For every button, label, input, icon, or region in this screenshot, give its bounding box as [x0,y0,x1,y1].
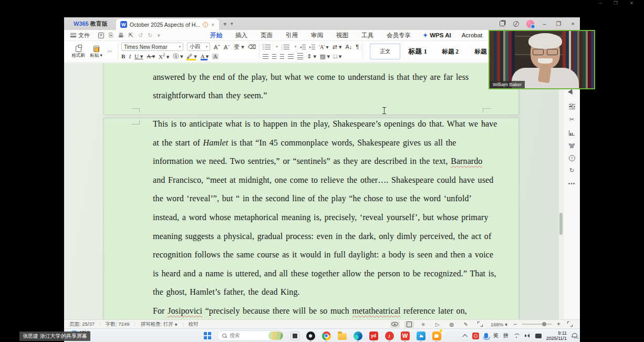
clock[interactable]: 9:11 2025/11/1 [546,330,567,341]
proofread-button[interactable]: 校对 [183,321,204,328]
notification-bell-icon[interactable] [572,333,577,338]
fullscreen-icon[interactable] [565,321,575,328]
superscript-button[interactable]: X2 ▾ [159,53,169,60]
taskbar-search[interactable]: 搜索 [217,330,285,341]
settings-sliders-icon[interactable] [568,102,576,110]
more-options-icon[interactable]: ••• [568,180,576,188]
ime-latin-indicator[interactable]: 英 [493,332,498,339]
style-chip-标题2[interactable]: 标题 2 [435,44,465,59]
select-cursor-icon[interactable] [568,89,576,97]
document-page-25[interactable]: This is to anticipate what is to happen … [103,118,519,319]
underline-button[interactable]: U ▾ [134,53,143,60]
ribbon-tab-页面[interactable]: 页面 [260,30,273,40]
bold-button[interactable]: B [121,53,125,59]
speaker-icon[interactable] [525,334,531,338]
tab-close-icon[interactable]: × [211,22,215,28]
align-left-icon[interactable] [263,54,268,59]
ribbon-tab-审阅[interactable]: 审阅 [310,30,324,40]
wps-ai-tab[interactable]: ✦ WPS AI [423,32,451,39]
font-size-select[interactable]: 小四▾ [187,43,210,51]
border-icon[interactable]: □ ▾ [334,53,341,60]
qat-caret-icon[interactable]: ▾ [157,32,160,39]
ime-pinyin-indicator[interactable]: 拼 [503,332,508,339]
ribbon-tab-插入[interactable]: 插入 [235,30,248,40]
grow-font-button[interactable]: A+ [214,43,220,50]
theme-skin-icon[interactable] [568,142,576,150]
document-tab[interactable]: W October 2025 Aspects of H... ! × [116,19,220,30]
line-spacing-icon[interactable]: ⇕ ▾ [307,53,316,60]
save-icon[interactable] [98,33,104,38]
eye-protection-icon[interactable] [390,321,400,328]
webcam-overlay[interactable]: William Baker [489,30,595,89]
tools-icon[interactable]: ✂ [568,116,576,123]
show-marks-icon[interactable]: ¶ [356,44,359,50]
strikethrough-button[interactable]: A ▾ [147,53,155,60]
tray-music-icon[interactable] [472,333,479,339]
fit-page-icon[interactable] [475,321,485,328]
ribbon-tab-视图[interactable]: 视图 [336,30,349,40]
word-count[interactable]: 字数: 7249 [100,321,134,328]
taskbar-app-taskview[interactable] [289,330,300,341]
globe-icon[interactable] [509,17,523,30]
taskbar-app-darkapp[interactable] [305,330,316,341]
redo-icon[interactable]: ↻ [148,32,152,39]
decrease-indent-icon[interactable] [300,45,306,49]
enclose-char-button[interactable]: Ⓐ ▾ [173,53,183,60]
undo-icon[interactable]: ↺ [138,32,143,39]
outline-view-icon[interactable]: ≡ [419,321,428,328]
italic-button[interactable]: I [129,53,131,59]
zoom-in-button[interactable]: + [557,320,560,328]
ribbon-tab-开始[interactable]: 开始 [210,30,223,40]
cut-icon[interactable]: ✂ [105,48,115,55]
microphone-icon[interactable] [484,333,488,338]
quote-style-icon[interactable]: 'A' ▾ [319,44,328,50]
numbered-list-icon[interactable] [284,45,289,49]
highlight-color-button[interactable]: 🖉 ▾ [186,53,196,60]
printer-icon[interactable]: 🖶 [118,32,124,38]
scrollbar-thumb[interactable] [559,213,563,235]
increase-indent-icon[interactable] [309,45,315,49]
taskbar-app-edge[interactable] [352,330,363,341]
edit-pen-icon[interactable]: ✎ [461,321,471,328]
text-direction-icon[interactable]: ⇄ ▾ [333,44,342,50]
spellcheck-status[interactable]: 拼写检查: 打开 ▾ [135,321,182,328]
ribbon-tab-工具[interactable]: 工具 [361,30,374,40]
document-page-24[interactable]: for that matter, does Hamlet see when he… [103,63,519,115]
start-button[interactable] [202,330,213,341]
shrink-font-button[interactable]: A− [224,43,230,50]
tab-list-caret-icon[interactable]: ▾ [231,21,233,26]
style-chip-标题1[interactable]: 标题 1 [402,44,433,59]
new-tab-button[interactable]: + [219,20,231,28]
read-mode-icon[interactable]: ▷ [433,321,442,328]
ribbon-tab-引用[interactable]: 引用 [285,30,298,40]
share-icon[interactable]: ⇱ [129,32,133,39]
tray-expand-icon[interactable] [462,334,468,339]
account-avatar[interactable] [523,17,537,30]
taskbar-app-youdao[interactable]: yd [368,330,379,341]
ribbon-tab-会员专享[interactable]: 会员专享 [386,30,411,40]
minimize-button[interactable]: – [537,17,552,30]
acrobat-tab[interactable]: Acrobat [462,32,483,38]
align-right-icon[interactable] [280,54,284,59]
document-canvas[interactable]: for that matter, does Hamlet see when he… [64,63,563,319]
outer-window-controls[interactable]: – ❐ ✕ [599,1,639,6]
file-menu[interactable]: 文件 [64,32,94,39]
char-shading-button[interactable]: A [212,54,218,59]
page-view-icon[interactable] [404,321,414,328]
web-view-icon[interactable]: ◍ [447,321,456,328]
print-icon[interactable]: ⎘ [109,32,113,39]
taskbar-app-wps[interactable]: W [399,330,411,341]
format-painter-button[interactable]: 格式刷 [69,45,87,59]
paste-button[interactable]: 粘贴 ▾ [87,45,105,59]
sync-icon[interactable]: ↻ [568,167,576,174]
wifi-icon[interactable] [513,334,520,338]
taskbar-app-orange[interactable] [431,330,442,341]
justify-icon[interactable] [288,54,294,59]
font-color-button[interactable]: A ▾ [201,53,209,60]
page-indicator[interactable]: 页面: 25/37 [64,321,100,328]
font-name-select[interactable]: Times New Romar▾ [121,43,183,51]
style-chip-正文[interactable]: 正文 [370,44,400,59]
phonetic-guide-button[interactable]: 变 ▾ [234,43,244,51]
align-center-icon[interactable] [272,54,276,59]
bullet-list-icon[interactable] [265,45,271,49]
